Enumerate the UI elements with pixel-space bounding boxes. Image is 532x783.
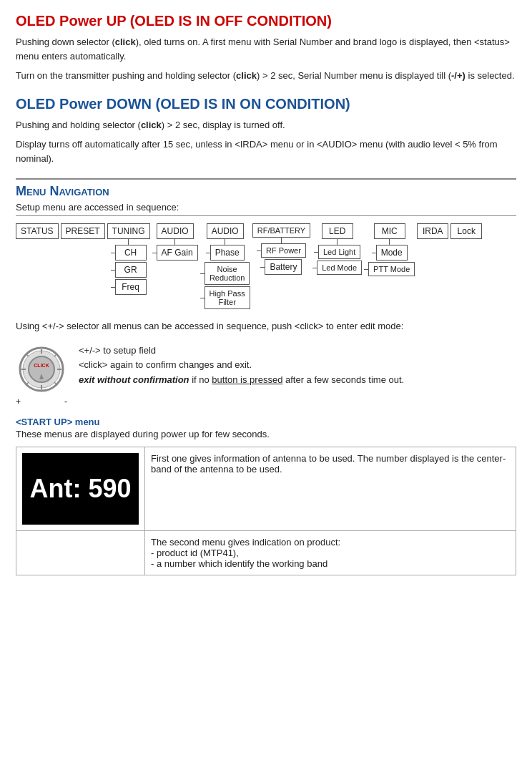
lock-box: Lock bbox=[450, 223, 482, 239]
menu-irda: IRDA bbox=[417, 223, 448, 239]
menu-mic: MIC Mode PTT Mode bbox=[364, 223, 415, 276]
button-pressed-underline: button is pressed bbox=[212, 374, 282, 385]
selector-line3-rest: if no bbox=[189, 374, 212, 385]
menu-nav-title: Menu Navigation bbox=[16, 184, 516, 199]
irda-box: IRDA bbox=[417, 223, 448, 239]
freq-box: Freq bbox=[115, 279, 147, 295]
minus-label: - bbox=[64, 397, 67, 407]
rfbattery-box: RF/BATTERY bbox=[252, 223, 310, 238]
plus-label: + bbox=[16, 397, 21, 407]
startup-row2-image-cell bbox=[16, 531, 145, 575]
menu-nav-title-text: Menu Navigation bbox=[16, 184, 109, 198]
selector-instructions: <+/-> to setup field <click> again to co… bbox=[79, 344, 404, 388]
menu-navigation-section: Menu Navigation Setup menu are accessed … bbox=[16, 184, 516, 575]
tuning-children: CH GR Freq bbox=[111, 245, 147, 295]
startup-row1: Ant: 590 First one gives information of … bbox=[16, 447, 516, 531]
nr-box: NoiseReduction bbox=[205, 262, 250, 285]
startup-title-para: <START UP> menu bbox=[16, 417, 516, 427]
oled-power-up-title: OLED Power UP (OLED IS IN OFF CONDITION) bbox=[16, 13, 516, 29]
selector-icon: CLICK bbox=[16, 344, 67, 395]
audio2-connector bbox=[225, 239, 225, 245]
mic-children: Mode PTT Mode bbox=[364, 245, 415, 276]
startup-row1-text: First one gives information of antenna t… bbox=[151, 453, 506, 475]
para3: Pushing and holding selector (click) > 2… bbox=[16, 118, 516, 132]
para4: Display turns off automatically after 15… bbox=[16, 137, 516, 165]
audio1-children: AF Gain bbox=[152, 245, 198, 261]
selector-line3: exit without confirmation if no button i… bbox=[79, 373, 404, 388]
para3a-text: Pushing and holding selector ( bbox=[16, 120, 141, 130]
section-divider bbox=[16, 178, 516, 180]
para2-text: Turn on the transmitter pushing and hold… bbox=[16, 70, 236, 81]
rfbattery-connector bbox=[281, 238, 282, 243]
audio2-box: AUDIO bbox=[207, 223, 244, 239]
click-bold-2: click bbox=[236, 70, 257, 81]
selector-line1: <+/-> to setup field bbox=[79, 344, 404, 359]
svg-text:CLICK: CLICK bbox=[34, 363, 49, 368]
rfbattery-children: RF Power Battery bbox=[257, 243, 306, 275]
selector-section: CLICK + - <+/-> to setup field < bbox=[16, 344, 516, 407]
startup-subtitle: These menus are displayed during power u… bbox=[16, 427, 516, 442]
rfpower-box: RF Power bbox=[261, 243, 306, 258]
preset-box: PRESET bbox=[61, 223, 105, 239]
menu-audio2: AUDIO Phase NoiseReduction High PassFilt… bbox=[200, 223, 250, 309]
selector-line2: <click> again to confirm changes and exi… bbox=[79, 358, 404, 373]
menu-lock: Lock bbox=[450, 223, 482, 239]
plus-minus-labels: + - bbox=[16, 397, 67, 407]
startup-row2-text: The second menu gives indication on prod… bbox=[151, 537, 340, 569]
exit-bold: exit without confirmation bbox=[79, 374, 189, 385]
para3c-text: ) > 2 sec, display is turned off. bbox=[162, 120, 285, 130]
audio1-connector bbox=[174, 239, 175, 245]
selector-line3-end: after a few seconds time out. bbox=[282, 374, 404, 385]
para2e-text: is selected. bbox=[466, 70, 515, 81]
audio1-box: AUDIO bbox=[157, 223, 194, 239]
startup-title: <START UP> menu bbox=[16, 417, 100, 427]
startup-row2: The second menu gives indication on prod… bbox=[16, 531, 516, 575]
dash-plus: -/+) bbox=[451, 70, 466, 81]
ledmode-box: Led Mode bbox=[317, 261, 362, 275]
phase-box: Phase bbox=[210, 245, 245, 261]
menu-tuning: TUNING CH GR Freq bbox=[107, 223, 150, 295]
para1: Pushing down selector (click), oled turn… bbox=[16, 35, 516, 63]
menu-rfbattery: RF/BATTERY RF Power Battery bbox=[252, 223, 310, 275]
ledlight-box: Led Light bbox=[318, 245, 360, 259]
mic-connector bbox=[389, 239, 390, 245]
status-box: STATUS bbox=[16, 223, 59, 239]
startup-image-cell: Ant: 590 bbox=[16, 447, 145, 531]
para2: Turn on the transmitter pushing and hold… bbox=[16, 69, 516, 83]
hpf-box: High PassFilter bbox=[205, 286, 250, 309]
menu-status: STATUS bbox=[16, 223, 59, 239]
startup-table: Ant: 590 First one gives information of … bbox=[16, 447, 516, 575]
tuning-box: TUNING bbox=[107, 223, 150, 239]
afgain-box: AF Gain bbox=[157, 245, 198, 261]
led-connector bbox=[337, 239, 338, 245]
menu-diagram: STATUS PRESET TUNING CH GR bbox=[16, 223, 516, 309]
menu-preset: PRESET bbox=[61, 223, 105, 239]
click-bold-1: click bbox=[115, 37, 136, 47]
led-box: LED bbox=[322, 223, 353, 239]
battery-box: Battery bbox=[265, 259, 302, 275]
gr-box: GR bbox=[115, 262, 147, 278]
exit-italic: exit without confirmation bbox=[79, 374, 189, 385]
led-children: Led Light Led Mode bbox=[312, 245, 362, 275]
mode-box: Mode bbox=[376, 245, 408, 261]
selector-intro: Using <+/-> selector all menus can be ac… bbox=[16, 319, 516, 334]
menu-nav-subtitle: Setup menu are accessed in sequence: bbox=[16, 202, 516, 216]
menu-led: LED Led Light Led Mode bbox=[312, 223, 362, 275]
para2c-text: ) > 2 sec, Serial Number menu is display… bbox=[257, 70, 451, 81]
ch-box: CH bbox=[115, 245, 147, 261]
audio2-children: Phase NoiseReduction High PassFilter bbox=[200, 245, 250, 309]
selector-icon-wrapper: CLICK + - bbox=[16, 344, 67, 407]
tuning-connector bbox=[128, 239, 129, 245]
click-bold-3: click bbox=[141, 120, 162, 130]
pttmode-box: PTT Mode bbox=[368, 262, 415, 276]
menu-audio1: AUDIO AF Gain bbox=[152, 223, 198, 261]
startup-row2-text-cell: The second menu gives indication on prod… bbox=[145, 531, 516, 575]
oled-power-down-title: OLED Power DOWN (OLED IS IN ON CONDITION… bbox=[16, 96, 516, 112]
ant-display: Ant: 590 bbox=[22, 453, 139, 525]
mic-box: MIC bbox=[374, 223, 405, 239]
para1a-text: Pushing down selector ( bbox=[16, 37, 115, 47]
startup-row1-text-cell: First one gives information of antenna t… bbox=[145, 447, 516, 531]
